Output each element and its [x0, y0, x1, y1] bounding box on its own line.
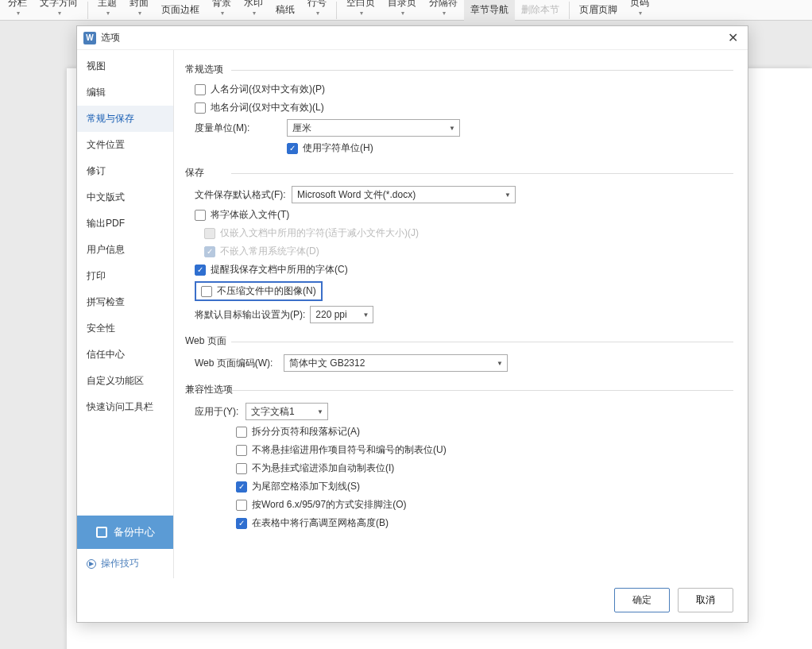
- label-apply: 应用于(Y):: [195, 405, 241, 419]
- select-format[interactable]: Microsoft Word 文件(*.docx): [292, 186, 516, 203]
- row-char-unit: 使用字符单位(H): [287, 141, 733, 155]
- label-default-output: 将默认目标输出设置为(P):: [195, 308, 305, 322]
- label-word6: 按Word 6.x/95/97的方式安排脚注(O): [252, 498, 406, 512]
- checkbox-no-hang-auto[interactable]: [236, 463, 247, 474]
- checkbox-person-name[interactable]: [195, 84, 206, 95]
- group-general-title: 常规选项: [185, 63, 733, 76]
- ribbon-item[interactable]: 空白页: [340, 0, 381, 21]
- sidebar-item[interactable]: 信任中心: [77, 342, 173, 368]
- select-encoding[interactable]: 简体中文 GB2312: [284, 354, 508, 372]
- row-trail-underline: 为尾部空格添加下划线(S): [236, 480, 733, 493]
- row-person-name: 人名分词(仅对中文有效)(P): [195, 83, 733, 96]
- dialog-content: 常规选项 人名分词(仅对中文有效)(P) 地名分词(仅对中文有效)(L) 度量单…: [174, 50, 748, 578]
- sidebar-item[interactable]: 打印: [77, 263, 173, 289]
- sidebar-item[interactable]: 输出PDF: [77, 211, 173, 237]
- label-encoding: Web 页面编码(W):: [195, 357, 279, 370]
- row-table-row: 在表格中将行高调至网格高度(B): [236, 516, 733, 530]
- backup-icon: [96, 527, 107, 538]
- dialog-sidebar: 视图编辑常规与保存文件位置修订中文版式输出PDF用户信息打印拼写检查安全性信任中…: [77, 50, 174, 578]
- label-no-system: 不嵌入常用系统字体(D): [220, 245, 319, 258]
- sidebar-item[interactable]: 编辑: [77, 79, 173, 106]
- ribbon-item: 删除本节: [515, 0, 566, 21]
- sidebar-item[interactable]: 文件位置: [77, 132, 173, 158]
- ribbon-item[interactable]: 水印: [238, 0, 269, 21]
- close-icon[interactable]: ✕: [725, 30, 741, 45]
- select-default-output[interactable]: 220 ppi: [310, 306, 373, 323]
- row-word6: 按Word 6.x/95/97的方式安排脚注(O): [236, 498, 733, 512]
- ribbon-item[interactable]: 分隔符: [423, 0, 464, 21]
- sidebar-item[interactable]: 拼写检查: [77, 289, 173, 315]
- ribbon-item[interactable]: 稿纸: [269, 0, 301, 21]
- checkbox-split-page[interactable]: [236, 427, 247, 438]
- label-no-compress: 不压缩文件中的图像(N): [217, 284, 316, 298]
- label-place-name: 地名分词(仅对中文有效)(L): [211, 101, 324, 114]
- checkbox-place-name[interactable]: [195, 102, 206, 114]
- row-remind-fonts: 提醒我保存文档中所用的字体(C): [195, 263, 733, 276]
- dialog-body: 视图编辑常规与保存文件位置修订中文版式输出PDF用户信息打印拼写检查安全性信任中…: [77, 50, 748, 578]
- backup-center-button[interactable]: 备份中心: [77, 516, 173, 549]
- checkbox-word6[interactable]: [236, 500, 247, 511]
- ribbon-item[interactable]: 页眉页脚: [573, 0, 624, 21]
- label-trail-underline: 为尾部空格添加下划线(S): [252, 480, 360, 493]
- row-no-hang-auto: 不为悬挂式缩进添加自动制表位(I): [236, 462, 733, 475]
- label-embed-fonts: 将字体嵌入文件(T): [211, 208, 289, 222]
- select-apply[interactable]: 文字文稿1: [246, 403, 328, 420]
- label-no-hang-bullet: 不将悬挂缩进用作项目符号和编号的制表位(U): [252, 443, 447, 457]
- label-table-row: 在表格中将行高调至网格高度(B): [252, 516, 389, 530]
- label-no-hang-auto: 不为悬挂式缩进添加自动制表位(I): [252, 462, 394, 475]
- cancel-button[interactable]: 取消: [678, 588, 733, 612]
- row-embed-only: 仅嵌入文档中所用的字符(适于减小文件大小)(J): [204, 226, 733, 240]
- row-place-name: 地名分词(仅对中文有效)(L): [195, 101, 733, 114]
- sidebar-item[interactable]: 自定义功能区: [77, 368, 173, 394]
- dialog-title: 选项: [101, 31, 725, 44]
- ribbon-item[interactable]: 主题: [91, 0, 123, 21]
- label-person-name: 人名分词(仅对中文有效)(P): [211, 83, 325, 96]
- ribbon-item[interactable]: 行号: [301, 0, 333, 21]
- options-dialog: W 选项 ✕ 视图编辑常规与保存文件位置修订中文版式输出PDF用户信息打印拼写检…: [76, 25, 748, 623]
- ribbon-item[interactable]: 章节导航: [464, 0, 515, 21]
- row-no-hang-bullet: 不将悬挂缩进用作项目符号和编号的制表位(U): [236, 443, 733, 457]
- sidebar-item[interactable]: 修订: [77, 158, 173, 184]
- select-unit[interactable]: 厘米: [287, 119, 460, 137]
- checkbox-char-unit[interactable]: [287, 143, 298, 154]
- label-format: 文件保存默认格式(F):: [195, 188, 287, 202]
- ribbon-item[interactable]: 目录页: [381, 0, 423, 21]
- ribbon-item[interactable]: 页码: [624, 0, 655, 21]
- tips-label: 操作技巧: [101, 557, 139, 570]
- sidebar-item[interactable]: 视图: [77, 53, 173, 79]
- checkbox-table-row[interactable]: [236, 518, 247, 529]
- label-split-page: 拆分分页符和段落标记(A): [252, 425, 360, 438]
- ribbon-item[interactable]: 分栏: [2, 0, 33, 21]
- backup-label: 备份中心: [114, 525, 155, 539]
- label-char-unit: 使用字符单位(H): [303, 141, 373, 155]
- tips-icon: ▶: [87, 559, 96, 569]
- sidebar-item[interactable]: 中文版式: [77, 184, 173, 211]
- checkbox-no-system: [204, 246, 215, 257]
- checkbox-remind-fonts[interactable]: [195, 265, 206, 276]
- row-format: 文件保存默认格式(F): Microsoft Word 文件(*.docx): [195, 186, 733, 203]
- dialog-footer: 确定 取消: [77, 578, 748, 622]
- ribbon-item[interactable]: 封面: [123, 0, 155, 21]
- ok-button[interactable]: 确定: [614, 588, 670, 612]
- checkbox-no-compress[interactable]: [201, 286, 212, 297]
- tips-link[interactable]: ▶ 操作技巧: [77, 549, 173, 578]
- sidebar-item[interactable]: 常规与保存: [77, 106, 173, 132]
- app-icon: W: [83, 32, 96, 44]
- label-embed-only: 仅嵌入文档中所用的字符(适于减小文件大小)(J): [220, 226, 419, 240]
- ribbon-toolbar: 分栏文字方向主题封面页面边框背景水印稿纸行号空白页目录页分隔符章节导航删除本节页…: [0, 0, 812, 21]
- ribbon-item[interactable]: 页面边框: [155, 0, 206, 21]
- label-remind-fonts: 提醒我保存文档中所用的字体(C): [211, 263, 348, 276]
- group-compat-title: 兼容性选项: [185, 383, 733, 396]
- checkbox-embed-fonts[interactable]: [195, 210, 206, 221]
- ribbon-item[interactable]: 背景: [206, 0, 238, 21]
- sidebar-item[interactable]: 快速访问工具栏: [77, 394, 173, 420]
- sidebar-item[interactable]: 安全性: [77, 315, 173, 342]
- checkbox-trail-underline[interactable]: [236, 481, 247, 493]
- dialog-titlebar: W 选项 ✕: [77, 26, 748, 50]
- row-no-system: 不嵌入常用系统字体(D): [204, 245, 733, 258]
- label-unit: 度量单位(M):: [195, 122, 282, 135]
- checkbox-no-hang-bullet[interactable]: [236, 445, 247, 456]
- ribbon-item[interactable]: 文字方向: [33, 0, 84, 21]
- sidebar-item[interactable]: 用户信息: [77, 237, 173, 263]
- row-unit: 度量单位(M): 厘米: [195, 119, 733, 137]
